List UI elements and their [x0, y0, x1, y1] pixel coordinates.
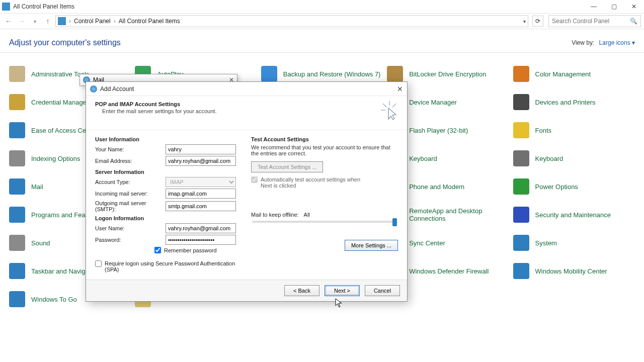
outgoing-server-input[interactable] — [166, 201, 236, 211]
wizard-cursor-icon — [381, 101, 398, 124]
search-placeholder: Search Control Panel — [552, 18, 609, 25]
search-icon: 🔍 — [630, 18, 637, 25]
dialog-header: POP and IMAP Account Settings Enter the … — [86, 96, 407, 130]
cp-item-icon — [513, 178, 529, 195]
forward-button[interactable]: → — [16, 16, 27, 27]
cp-item-icon — [513, 94, 529, 110]
cp-item-label: RemoteApp and Desktop Connections — [409, 207, 509, 222]
remember-password-checkbox[interactable] — [154, 247, 161, 253]
your-name-input[interactable] — [166, 144, 236, 154]
cp-item-icon — [9, 207, 25, 223]
close-button[interactable]: ✕ — [624, 0, 644, 13]
cp-item[interactable]: Keyboard — [513, 150, 635, 166]
cancel-button[interactable]: Cancel — [365, 285, 400, 296]
username-input[interactable] — [166, 223, 236, 233]
test-settings-button[interactable]: Test Account Settings ... — [251, 161, 323, 172]
cp-item-icon — [513, 235, 529, 251]
cp-item[interactable]: Backup and Restore (Windows 7) — [261, 66, 383, 82]
dialog-heading: POP and IMAP Account Settings — [95, 101, 180, 107]
up-button[interactable]: ↑ — [42, 16, 53, 27]
test-note: We recommend that you test your account … — [251, 144, 398, 156]
cp-item-icon — [9, 150, 25, 166]
section-logon-info: Logon Information — [95, 215, 242, 221]
right-column: Test Account Settings We recommend that … — [251, 133, 398, 275]
divider — [0, 52, 644, 53]
cp-item[interactable]: Windows Mobility Center — [513, 263, 635, 279]
account-type-select[interactable]: IMAP — [166, 177, 236, 187]
recent-dropdown[interactable]: ▾ — [29, 16, 40, 27]
dialog-footer: < Back Next > Cancel — [86, 280, 407, 301]
cp-item[interactable]: Fonts — [513, 122, 635, 138]
slider-thumb[interactable] — [392, 218, 397, 226]
nav-bar: ← → ▾ ↑ › Control Panel › All Control Pa… — [0, 13, 644, 29]
minimize-button[interactable]: — — [584, 0, 604, 13]
cp-item-icon — [9, 66, 25, 82]
add-account-dialog: Add Account ✕ POP and IMAP Account Setti… — [86, 81, 408, 302]
incoming-server-input[interactable] — [166, 189, 236, 199]
cp-item[interactable]: System — [513, 235, 635, 251]
cp-item[interactable]: Power Options — [513, 178, 635, 195]
cp-item-label: Sound — [31, 239, 50, 247]
left-column: User Information Your Name: Email Addres… — [95, 133, 242, 275]
cp-item-icon — [513, 150, 529, 166]
address-bar[interactable]: › Control Panel › All Control Panel Item… — [55, 15, 528, 27]
cp-item-label: Mail — [31, 183, 43, 191]
maximize-button[interactable]: ▢ — [604, 0, 624, 13]
section-server-info: Server Information — [95, 169, 242, 175]
back-button[interactable]: ← — [3, 16, 14, 27]
offline-value: All — [304, 212, 310, 218]
cp-item-label: Backup and Restore (Windows 7) — [283, 70, 381, 78]
spa-checkbox[interactable] — [95, 260, 102, 267]
control-panel-icon — [58, 17, 66, 25]
back-button[interactable]: < Back — [284, 285, 319, 296]
page-title: Adjust your computer's settings — [9, 38, 121, 47]
next-button[interactable]: Next > — [325, 285, 360, 296]
cp-item-label: Security and Maintenance — [535, 211, 611, 219]
cp-item-icon — [513, 263, 529, 279]
cp-item-label: BitLocker Drive Encryption — [409, 70, 486, 78]
cp-item-label: Windows To Go — [31, 296, 77, 303]
offline-slider[interactable] — [252, 221, 397, 223]
dialog-close-button[interactable]: ✕ — [397, 85, 403, 93]
cp-item-label: Windows Mobility Center — [535, 267, 607, 275]
globe-icon — [90, 85, 97, 93]
cp-item-label: Keyboard — [535, 155, 564, 162]
cp-item-label: System — [535, 239, 557, 247]
svg-line-1 — [383, 104, 386, 107]
dialog-subheading: Enter the mail server settings for your … — [102, 108, 216, 114]
cp-item-label: Credential Manager — [31, 99, 89, 106]
crumb-all-items[interactable]: All Control Panel Items — [119, 18, 180, 25]
cp-item[interactable]: Security and Maintenance — [513, 207, 635, 223]
cp-item-label: Color Management — [535, 70, 591, 78]
cp-item-icon — [261, 66, 277, 82]
view-by: View by: Large icons ▾ — [572, 39, 635, 46]
cp-item-icon — [513, 66, 529, 82]
more-settings-button[interactable]: More Settings ... — [345, 240, 398, 251]
cp-item-icon — [387, 66, 403, 82]
cp-item-icon — [513, 207, 529, 223]
window-title: All Control Panel Items — [13, 3, 74, 10]
dialog-titlebar: Add Account ✕ — [86, 82, 407, 96]
cp-item[interactable]: BitLocker Drive Encryption — [387, 66, 509, 82]
crumb-control-panel[interactable]: Control Panel — [74, 18, 111, 25]
cp-item[interactable]: Color Management — [513, 66, 635, 82]
section-user-info: User Information — [95, 136, 242, 142]
cp-item-label: Devices and Printers — [535, 99, 596, 106]
view-by-select[interactable]: Large icons ▾ — [599, 39, 635, 46]
cp-item-label: Fonts — [535, 127, 552, 134]
dialog-title: Add Account — [100, 85, 134, 93]
section-test: Test Account Settings — [251, 136, 398, 142]
addr-dropdown-icon[interactable]: ▾ — [523, 19, 526, 24]
svg-line-2 — [392, 104, 396, 107]
cp-item[interactable]: Devices and Printers — [513, 94, 635, 110]
auto-test-checkbox[interactable] — [251, 176, 258, 183]
cp-item-label: Power Options — [535, 183, 578, 191]
cp-item-icon — [513, 122, 529, 138]
cp-item-icon — [9, 263, 25, 279]
search-input[interactable]: Search Control Panel 🔍 — [548, 15, 641, 27]
password-input[interactable] — [166, 235, 236, 245]
email-input[interactable] — [166, 156, 236, 166]
window-controls: — ▢ ✕ — [584, 0, 644, 13]
window-titlebar: All Control Panel Items — [0, 0, 644, 13]
refresh-button[interactable]: ⟳ — [532, 16, 543, 27]
